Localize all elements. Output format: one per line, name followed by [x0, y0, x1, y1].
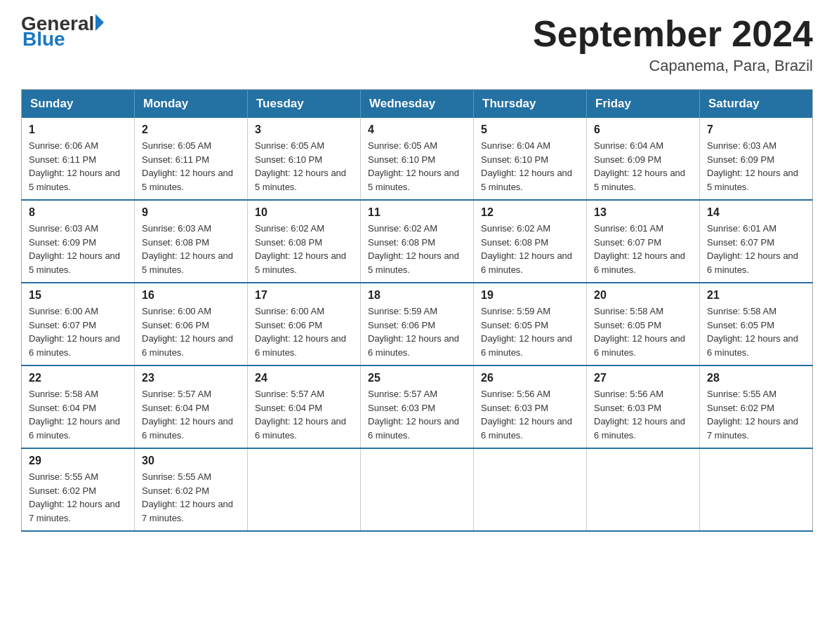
day-info: Sunrise: 6:00 AMSunset: 6:07 PMDaylight:…: [29, 304, 127, 359]
day-info: Sunrise: 5:58 AMSunset: 6:04 PMDaylight:…: [29, 387, 127, 442]
table-row: 23 Sunrise: 5:57 AMSunset: 6:04 PMDaylig…: [135, 365, 248, 448]
title-block: September 2024 Capanema, Para, Brazil: [533, 14, 813, 75]
day-info: Sunrise: 6:01 AMSunset: 6:07 PMDaylight:…: [594, 222, 692, 276]
table-row: 25 Sunrise: 5:57 AMSunset: 6:03 PMDaylig…: [361, 365, 474, 448]
table-row: 4 Sunrise: 6:05 AMSunset: 6:10 PMDayligh…: [361, 118, 474, 200]
day-number: 30: [142, 455, 240, 467]
table-row: 14 Sunrise: 6:01 AMSunset: 6:07 PMDaylig…: [700, 200, 813, 283]
day-info: Sunrise: 5:56 AMSunset: 6:03 PMDaylight:…: [481, 387, 579, 442]
logo-blue-text: Blue: [22, 28, 104, 51]
col-friday: Friday: [587, 90, 700, 119]
table-row: 16 Sunrise: 6:00 AMSunset: 6:06 PMDaylig…: [135, 283, 248, 365]
col-monday: Monday: [135, 90, 248, 119]
day-info: Sunrise: 5:58 AMSunset: 6:05 PMDaylight:…: [707, 304, 805, 359]
day-info: Sunrise: 5:55 AMSunset: 6:02 PMDaylight:…: [707, 387, 805, 442]
day-number: 12: [481, 206, 579, 219]
day-number: 8: [29, 206, 127, 219]
table-row: 5 Sunrise: 6:04 AMSunset: 6:10 PMDayligh…: [474, 118, 587, 200]
table-row: 1 Sunrise: 6:06 AMSunset: 6:11 PMDayligh…: [22, 118, 135, 200]
calendar-week-4: 22 Sunrise: 5:58 AMSunset: 6:04 PMDaylig…: [22, 365, 813, 448]
day-info: Sunrise: 5:58 AMSunset: 6:05 PMDaylight:…: [594, 304, 692, 359]
day-number: 13: [594, 206, 692, 219]
day-number: 25: [368, 372, 466, 384]
day-number: 26: [481, 372, 579, 384]
day-number: 29: [29, 455, 127, 467]
day-number: 1: [29, 123, 127, 136]
table-row: 30 Sunrise: 5:55 AMSunset: 6:02 PMDaylig…: [135, 448, 248, 531]
day-info: Sunrise: 5:59 AMSunset: 6:05 PMDaylight:…: [481, 304, 579, 359]
table-row: 18 Sunrise: 5:59 AMSunset: 6:06 PMDaylig…: [361, 283, 474, 365]
day-info: Sunrise: 6:01 AMSunset: 6:07 PMDaylight:…: [707, 222, 805, 276]
table-row: 24 Sunrise: 5:57 AMSunset: 6:04 PMDaylig…: [248, 365, 361, 448]
page-header: General Blue September 2024 Capanema, Pa…: [21, 14, 813, 75]
table-row: 27 Sunrise: 5:56 AMSunset: 6:03 PMDaylig…: [587, 365, 700, 448]
day-info: Sunrise: 5:55 AMSunset: 6:02 PMDaylight:…: [142, 470, 240, 525]
day-number: 28: [707, 372, 805, 384]
table-row: 9 Sunrise: 6:03 AMSunset: 6:08 PMDayligh…: [135, 200, 248, 283]
day-info: Sunrise: 6:02 AMSunset: 6:08 PMDaylight:…: [255, 222, 353, 276]
day-info: Sunrise: 6:03 AMSunset: 6:08 PMDaylight:…: [142, 222, 240, 276]
day-info: Sunrise: 6:04 AMSunset: 6:09 PMDaylight:…: [594, 139, 692, 194]
table-row: 29 Sunrise: 5:55 AMSunset: 6:02 PMDaylig…: [22, 448, 135, 531]
col-sunday: Sunday: [22, 90, 135, 119]
day-info: Sunrise: 6:05 AMSunset: 6:10 PMDaylight:…: [368, 139, 466, 194]
day-number: 19: [481, 289, 579, 302]
day-info: Sunrise: 6:00 AMSunset: 6:06 PMDaylight:…: [255, 304, 353, 359]
col-thursday: Thursday: [474, 90, 587, 119]
table-row: 21 Sunrise: 5:58 AMSunset: 6:05 PMDaylig…: [700, 283, 813, 365]
col-wednesday: Wednesday: [361, 90, 474, 119]
calendar-header-row: Sunday Monday Tuesday Wednesday Thursday…: [22, 90, 813, 119]
day-number: 15: [29, 289, 127, 302]
calendar-week-3: 15 Sunrise: 6:00 AMSunset: 6:07 PMDaylig…: [22, 283, 813, 365]
day-number: 27: [594, 372, 692, 384]
table-row: 2 Sunrise: 6:05 AMSunset: 6:11 PMDayligh…: [135, 118, 248, 200]
day-info: Sunrise: 5:57 AMSunset: 6:03 PMDaylight:…: [368, 387, 466, 442]
day-info: Sunrise: 6:00 AMSunset: 6:06 PMDaylight:…: [142, 304, 240, 359]
day-number: 17: [255, 289, 353, 302]
table-row: 12 Sunrise: 6:02 AMSunset: 6:08 PMDaylig…: [474, 200, 587, 283]
day-info: Sunrise: 6:05 AMSunset: 6:10 PMDaylight:…: [255, 139, 353, 194]
calendar-location: Capanema, Para, Brazil: [533, 57, 813, 75]
table-row: 22 Sunrise: 5:58 AMSunset: 6:04 PMDaylig…: [22, 365, 135, 448]
logo: General Blue: [21, 14, 104, 51]
table-row: 8 Sunrise: 6:03 AMSunset: 6:09 PMDayligh…: [22, 200, 135, 283]
day-number: 22: [29, 372, 127, 384]
table-row: 6 Sunrise: 6:04 AMSunset: 6:09 PMDayligh…: [587, 118, 700, 200]
day-number: 11: [368, 206, 466, 219]
table-row: 13 Sunrise: 6:01 AMSunset: 6:07 PMDaylig…: [587, 200, 700, 283]
day-info: Sunrise: 6:02 AMSunset: 6:08 PMDaylight:…: [368, 222, 466, 276]
day-info: Sunrise: 6:02 AMSunset: 6:08 PMDaylight:…: [481, 222, 579, 276]
day-number: 10: [255, 206, 353, 219]
day-info: Sunrise: 6:03 AMSunset: 6:09 PMDaylight:…: [29, 222, 127, 276]
table-row: [587, 448, 700, 531]
table-row: 7 Sunrise: 6:03 AMSunset: 6:09 PMDayligh…: [700, 118, 813, 200]
table-row: 26 Sunrise: 5:56 AMSunset: 6:03 PMDaylig…: [474, 365, 587, 448]
day-number: 24: [255, 372, 353, 384]
table-row: 11 Sunrise: 6:02 AMSunset: 6:08 PMDaylig…: [361, 200, 474, 283]
calendar-week-1: 1 Sunrise: 6:06 AMSunset: 6:11 PMDayligh…: [22, 118, 813, 200]
col-tuesday: Tuesday: [248, 90, 361, 119]
day-number: 16: [142, 289, 240, 302]
day-number: 23: [142, 372, 240, 384]
calendar-week-2: 8 Sunrise: 6:03 AMSunset: 6:09 PMDayligh…: [22, 200, 813, 283]
table-row: [700, 448, 813, 531]
day-info: Sunrise: 5:55 AMSunset: 6:02 PMDaylight:…: [29, 470, 127, 525]
day-number: 21: [707, 289, 805, 302]
day-info: Sunrise: 5:59 AMSunset: 6:06 PMDaylight:…: [368, 304, 466, 359]
day-info: Sunrise: 6:06 AMSunset: 6:11 PMDaylight:…: [29, 139, 127, 194]
table-row: 28 Sunrise: 5:55 AMSunset: 6:02 PMDaylig…: [700, 365, 813, 448]
table-row: 10 Sunrise: 6:02 AMSunset: 6:08 PMDaylig…: [248, 200, 361, 283]
table-row: 19 Sunrise: 5:59 AMSunset: 6:05 PMDaylig…: [474, 283, 587, 365]
day-info: Sunrise: 5:57 AMSunset: 6:04 PMDaylight:…: [255, 387, 353, 442]
table-row: 3 Sunrise: 6:05 AMSunset: 6:10 PMDayligh…: [248, 118, 361, 200]
day-number: 4: [368, 123, 466, 136]
table-row: 20 Sunrise: 5:58 AMSunset: 6:05 PMDaylig…: [587, 283, 700, 365]
day-info: Sunrise: 6:05 AMSunset: 6:11 PMDaylight:…: [142, 139, 240, 194]
day-number: 14: [707, 206, 805, 219]
table-row: 17 Sunrise: 6:00 AMSunset: 6:06 PMDaylig…: [248, 283, 361, 365]
day-number: 20: [594, 289, 692, 302]
table-row: 15 Sunrise: 6:00 AMSunset: 6:07 PMDaylig…: [22, 283, 135, 365]
calendar-title: September 2024: [533, 14, 813, 54]
day-number: 18: [368, 289, 466, 302]
day-number: 5: [481, 123, 579, 136]
